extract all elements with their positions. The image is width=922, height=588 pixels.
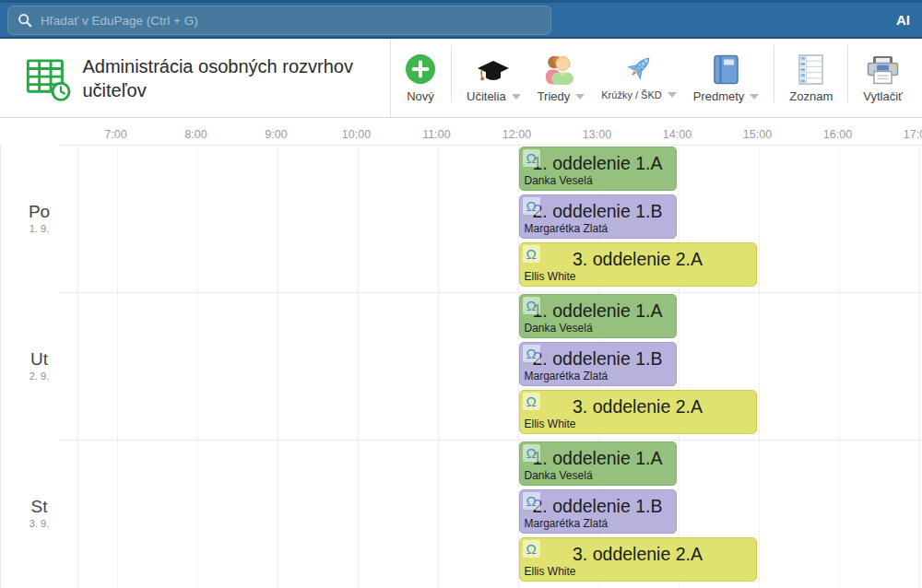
toolbar: NovýUčiteliaTriedyKrúžky / ŠKDPredmetyZo… — [391, 39, 911, 117]
grid-line-vertical — [117, 145, 118, 588]
event-title: 1. oddelenie 1.A — [520, 153, 676, 174]
day-name: Po — [1, 202, 77, 221]
grid-line-vertical — [919, 145, 920, 588]
event-title: 1. oddelenie 1.A — [520, 300, 676, 322]
grid-line-horizontal — [59, 292, 922, 293]
event-title: 2. oddelenie 1.B — [520, 201, 676, 222]
grid-line-vertical — [278, 145, 278, 588]
timetable-event[interactable]: Ω2. oddelenie 1.BMargarétka Zlatá — [519, 489, 677, 534]
toolbar-label-kruzky: Krúžky / ŠKD — [601, 89, 661, 100]
page-title: Administrácia osobných rozvrhov učiteľov — [82, 54, 390, 102]
event-title: 3. oddelenie 2.A — [520, 249, 756, 270]
event-teacher: Margarétka Zlatá — [525, 222, 609, 235]
grid-line-vertical — [438, 145, 439, 588]
plus-icon — [405, 46, 436, 85]
grid-line-horizontal — [59, 440, 922, 441]
toolbar-label-vytlacit: Vytlačiť — [863, 89, 903, 103]
person-icon: Ω — [523, 297, 540, 314]
day-name: St — [1, 497, 77, 516]
timetable-event[interactable]: Ω2. oddelenie 1.BMargarétka Zlatá — [519, 194, 677, 239]
event-teacher: Danka Veselá — [525, 469, 593, 482]
toolbar-label-triedy: Triedy — [538, 89, 571, 103]
toolbar-button-vytlacit[interactable]: Vytlačiť — [855, 39, 911, 103]
time-label: 13:00 — [583, 128, 611, 141]
toolbar-divider — [451, 45, 452, 102]
time-label: 16:00 — [823, 128, 852, 141]
event-teacher: Danka Veselá — [525, 174, 593, 187]
time-label: 11:00 — [422, 128, 450, 141]
timetable-event[interactable]: Ω1. oddelenie 1.ADanka Veselá — [519, 294, 677, 338]
event-title: 3. oddelenie 2.A — [520, 544, 756, 565]
event-teacher: Ellis White — [525, 417, 576, 430]
time-label: 8:00 — [184, 128, 207, 141]
day-date: 1. 9. — [1, 223, 77, 234]
time-label: 7:00 — [104, 128, 126, 141]
book-icon — [712, 46, 740, 85]
list-icon — [798, 46, 823, 85]
person-icon: Ω — [523, 444, 540, 462]
toolbar-button-kruzky[interactable]: Krúžky / ŠKD — [593, 39, 684, 100]
toolbar-divider — [774, 45, 774, 102]
topbar: AI — [0, 0, 922, 39]
person-icon: Ω — [523, 492, 540, 510]
day-date: 3. 9. — [1, 518, 77, 529]
event-teacher: Ellis White — [525, 270, 576, 283]
timetable-event[interactable]: Ω3. oddelenie 2.AEllis White — [519, 390, 757, 434]
grid-line-vertical — [358, 145, 359, 588]
toolbar-button-zoznam[interactable]: Zoznam — [781, 39, 841, 103]
person-icon: Ω — [523, 245, 540, 263]
printer-icon — [866, 46, 900, 85]
toolbar-button-predmety[interactable]: Predmety — [685, 39, 768, 103]
toolbar-label-zoznam: Zoznam — [789, 89, 833, 103]
person-icon: Ω — [523, 540, 540, 558]
toolbar-label-predmety: Predmety — [693, 89, 745, 103]
person-icon: Ω — [523, 393, 540, 410]
time-label: 15:00 — [743, 128, 772, 141]
event-teacher: Margarétka Zlatá — [525, 370, 609, 382]
search-icon — [18, 13, 32, 28]
day-label-po: Po1. 9. — [1, 202, 77, 234]
day-date: 2. 9. — [1, 370, 77, 382]
event-teacher: Margarétka Zlatá — [525, 517, 609, 530]
event-title: 2. oddelenie 1.B — [520, 496, 676, 517]
chevron-down-icon[interactable] — [575, 94, 585, 100]
timetable: 7:008:009:0010:0011:0012:0013:0014:0015:… — [0, 118, 922, 588]
toolbar-button-novy[interactable]: Nový — [396, 39, 444, 103]
edupage-app: AI Administrácia osobných rozvrhov učite… — [0, 0, 922, 588]
event-title: 2. oddelenie 1.B — [520, 348, 676, 370]
table-clock-icon — [24, 53, 71, 103]
chevron-down-icon[interactable] — [512, 94, 521, 100]
grid-line-vertical — [759, 145, 760, 588]
event-teacher: Danka Veselá — [525, 322, 593, 335]
event-teacher: Ellis White — [525, 565, 576, 578]
chevron-down-icon[interactable] — [668, 92, 677, 98]
students-icon — [544, 46, 577, 85]
day-label-ut: Ut2. 9. — [1, 349, 77, 382]
chevron-down-icon[interactable] — [750, 94, 759, 100]
event-title: 3. oddelenie 2.A — [520, 396, 756, 417]
timetable-event[interactable]: Ω2. oddelenie 1.BMargarétka Zlatá — [519, 342, 677, 386]
timetable-event[interactable]: Ω1. oddelenie 1.ADanka Veselá — [519, 147, 677, 191]
graduation-cap-icon — [476, 46, 511, 85]
person-icon: Ω — [523, 345, 540, 362]
grid-line-vertical — [839, 145, 840, 588]
timetable-event[interactable]: Ω3. oddelenie 2.AEllis White — [519, 537, 757, 582]
toolbar-divider — [847, 45, 848, 102]
search-input[interactable] — [41, 14, 541, 28]
grid-line-vertical — [77, 145, 78, 588]
ai-button[interactable]: AI — [896, 3, 910, 37]
toolbar-button-ucitelia[interactable]: Učitelia — [458, 39, 529, 103]
search-box[interactable] — [7, 6, 551, 35]
time-label: 17:00 — [904, 128, 922, 141]
day-label-st: St3. 9. — [1, 497, 77, 529]
toolbar-label-ucitelia: Učitelia — [467, 89, 506, 103]
person-icon: Ω — [523, 149, 540, 167]
grid-line-vertical — [197, 145, 198, 588]
timetable-event[interactable]: Ω1. oddelenie 1.ADanka Veselá — [519, 441, 677, 486]
grid-line-horizontal — [59, 145, 922, 146]
timetable-event[interactable]: Ω3. oddelenie 2.AEllis White — [519, 242, 757, 287]
grid-line-vertical — [679, 145, 680, 588]
toolbar-button-triedy[interactable]: Triedy — [529, 39, 594, 103]
timetable-grid: Po1. 9.Ω1. oddelenie 1.ADanka VeseláΩ2. … — [0, 145, 922, 588]
toolbar-label-novy: Nový — [407, 89, 434, 103]
